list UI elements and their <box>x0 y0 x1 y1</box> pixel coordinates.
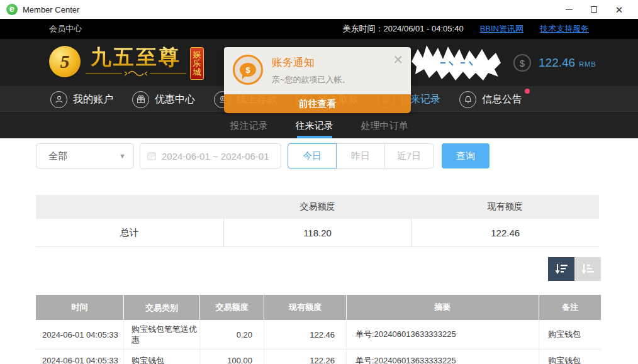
col-summary: 摘要 <box>347 295 539 320</box>
summary-header-transaction: 交易额度 <box>223 195 411 219</box>
col-type: 交易类别 <box>124 295 200 320</box>
maximize-button[interactable] <box>581 1 607 18</box>
logo-subtitle: 娱乐城 <box>190 47 204 80</box>
server-time: 美东时间：2024/06/01 - 04:05:40 <box>342 23 463 35</box>
notification-badge-dot <box>525 89 530 94</box>
filter-row: 全部 ▼ 2024-06-01 ~ 2024-06-01 今日 昨日 近7日 查… <box>36 143 638 168</box>
account-notice-popup: $ 账务通知 亲~您的款项已入帐。 ✕ 前往查看 <box>224 47 411 113</box>
maximize-icon <box>591 6 597 13</box>
today-button[interactable]: 今日 <box>288 143 337 168</box>
row-time: 2024-06-01 04:05:33 <box>36 320 124 349</box>
row-remark: 购宝钱包 <box>539 350 601 364</box>
row-amount: 0.20 <box>200 320 264 349</box>
breadcrumb: 会员中心 <box>49 23 82 35</box>
summary-total-label: 总计 <box>36 219 223 246</box>
last7days-button[interactable]: 近7日 <box>384 143 434 168</box>
sort-ascending-icon <box>581 263 595 275</box>
notice-message: 亲~您的款项已入帐。 <box>272 74 350 85</box>
row-remark: 购宝钱包 <box>539 320 601 349</box>
records-header-row: 时间 交易类别 交易额度 现有额度 摘要 备注 <box>36 295 601 320</box>
member-center-window: e Member Center ✕ 会员中心 美东时间：2024/06/01 -… <box>0 0 638 364</box>
summary-header-row: 交易额度 现有额度 <box>36 195 599 219</box>
tab-transaction-records[interactable]: 往来记录 <box>296 113 333 138</box>
calendar-icon <box>147 151 157 161</box>
row-time: 2024-06-01 04:05:33 <box>36 350 124 364</box>
notice-close-icon[interactable]: ✕ <box>393 53 403 66</box>
logo-text: 九五至尊 <box>91 46 181 69</box>
summary-total-balance: 122.46 <box>411 219 599 246</box>
row-balance: 122.26 <box>264 350 347 364</box>
tech-support-link[interactable]: 技术支持服务 <box>540 23 589 35</box>
table-row: 2024-06-01 04:05:33 购宝钱包 100.00 122.26 单… <box>36 350 601 364</box>
tab-bet-records[interactable]: 投注记录 <box>230 113 268 138</box>
search-button[interactable]: 查询 <box>442 143 490 168</box>
titlebar: e Member Center ✕ <box>0 0 638 19</box>
quick-date-group: 今日 昨日 近7日 <box>288 143 434 168</box>
content-area: 全部 ▼ 2024-06-01 ~ 2024-06-01 今日 昨日 近7日 查… <box>0 138 638 364</box>
summary-header-blank <box>36 195 223 219</box>
logo-flourish-icon <box>86 69 186 78</box>
balance-amount: 122.46 <box>539 56 575 70</box>
summary-total-row: 总计 118.20 122.46 <box>36 219 599 246</box>
nav-item-announcements[interactable]: 信息公告 <box>459 91 522 108</box>
nav-item-my-account[interactable]: 我的账户 <box>50 91 113 108</box>
row-amount: 100.00 <box>200 350 264 364</box>
row-type: 购宝钱包 <box>124 350 200 364</box>
notice-action-button[interactable]: 前往查看 <box>224 94 411 113</box>
summary-table: 交易额度 现有额度 总计 118.20 122.46 <box>36 195 599 247</box>
close-icon: ✕ <box>615 5 624 14</box>
money-bubble-icon: $ <box>233 55 263 85</box>
chevron-down-icon: ▼ <box>119 152 126 160</box>
sort-descending-button[interactable] <box>548 257 574 281</box>
minimize-icon <box>566 9 573 10</box>
bbin-news-link[interactable]: BBIN资讯网 <box>480 23 523 35</box>
row-balance: 122.46 <box>264 320 347 349</box>
yesterday-button[interactable]: 昨日 <box>336 143 385 168</box>
notice-title: 账务通知 <box>272 55 350 70</box>
table-row: 2024-06-01 04:05:33 购宝钱包笔笔送优惠 0.20 122.4… <box>36 320 601 350</box>
gift-icon <box>132 91 149 108</box>
username-redaction-scribble <box>408 44 503 83</box>
sort-ascending-button[interactable] <box>574 257 601 281</box>
window-title: Member Center <box>23 5 79 14</box>
balance-display[interactable]: $ 122.46 RMB <box>513 54 596 72</box>
tab-pending-orders[interactable]: 处理中订单 <box>361 113 408 138</box>
dollar-circle-icon: $ <box>513 54 531 72</box>
bell-icon <box>459 91 476 108</box>
records-table: 时间 交易类别 交易额度 现有额度 摘要 备注 2024-06-01 04:05… <box>36 295 601 364</box>
col-amount: 交易额度 <box>200 295 264 320</box>
date-range-input[interactable]: 2024-06-01 ~ 2024-06-01 <box>140 143 281 168</box>
row-summary: 单号:202406013633333225 <box>347 320 539 349</box>
browser-e-icon: e <box>6 4 18 15</box>
site-logo[interactable]: 5 九五至尊 娱乐城 <box>49 46 204 80</box>
sort-controls <box>36 257 601 281</box>
row-type: 购宝钱包笔笔送优惠 <box>124 320 200 349</box>
user-icon <box>50 91 67 108</box>
col-balance: 现有额度 <box>264 295 347 320</box>
col-time: 时间 <box>36 295 124 320</box>
sort-descending-icon <box>554 263 568 275</box>
summary-total-transaction: 118.20 <box>223 219 411 246</box>
type-select[interactable]: 全部 ▼ <box>36 143 134 168</box>
info-bar: 会员中心 美东时间：2024/06/01 - 04:05:40 BBIN资讯网 … <box>0 19 638 39</box>
close-button[interactable]: ✕ <box>607 1 632 18</box>
row-summary: 单号:202406013633333225 <box>347 350 539 364</box>
logo-monogram-icon: 5 <box>49 46 81 77</box>
balance-currency: RMB <box>579 58 596 68</box>
col-remark: 备注 <box>539 295 601 320</box>
minimize-button[interactable] <box>556 1 581 18</box>
summary-header-balance: 现有额度 <box>411 195 599 219</box>
sub-nav: 投注记录 往来记录 处理中订单 <box>0 113 638 138</box>
nav-item-promotions[interactable]: 优惠中心 <box>132 91 195 108</box>
